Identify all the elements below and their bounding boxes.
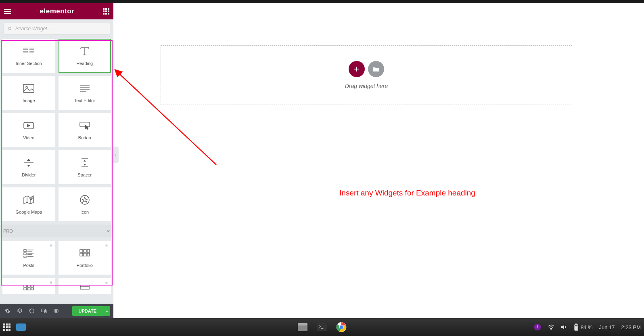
- posts-icon: [23, 248, 34, 259]
- annotation-text: Insert any Widgets for Example heading: [339, 189, 475, 197]
- svg-marker-26: [27, 165, 30, 167]
- volume-icon[interactable]: [561, 324, 567, 330]
- icon-widget-icon: [79, 194, 90, 206]
- file-manager-icon[interactable]: [296, 321, 309, 334]
- widget-label: Posts: [23, 263, 34, 268]
- drop-zone[interactable]: Drag widget here: [161, 45, 572, 105]
- svg-rect-37: [50, 245, 52, 247]
- system-taskbar: >_ 84 % Jun 17 2:23 PM: [0, 318, 644, 336]
- divider-icon: [23, 157, 34, 168]
- widget-gallery[interactable]: [2, 278, 55, 294]
- widget-label: Google Maps: [16, 210, 42, 214]
- widget-icon[interactable]: Icon: [59, 187, 111, 221]
- svg-rect-55: [27, 285, 30, 287]
- text-editor-icon: [79, 83, 90, 94]
- svg-rect-48: [84, 250, 86, 252]
- widget-google-maps[interactable]: Google Maps: [2, 187, 55, 221]
- svg-point-34: [31, 198, 31, 199]
- add-section-button[interactable]: [349, 61, 365, 77]
- widget-label: Heading: [76, 61, 93, 66]
- update-button[interactable]: UPDATE: [72, 306, 103, 316]
- chevron-down-icon: [106, 229, 110, 233]
- widget-label: Icon: [80, 210, 89, 214]
- responsive-icon[interactable]: [38, 304, 50, 318]
- svg-rect-41: [24, 253, 26, 255]
- search-icon: [8, 26, 12, 31]
- widget-slides[interactable]: [59, 278, 111, 294]
- widget-label: Divider: [22, 172, 36, 177]
- svg-point-0: [8, 27, 11, 29]
- svg-rect-56: [31, 285, 33, 287]
- svg-marker-67: [106, 310, 108, 311]
- svg-marker-29: [84, 164, 86, 166]
- svg-marker-24: [27, 159, 30, 161]
- update-dropdown[interactable]: [103, 306, 110, 316]
- widget-image[interactable]: Image: [2, 76, 55, 110]
- hamburger-menu-icon[interactable]: [4, 9, 11, 14]
- pro-section-header[interactable]: PRO: [0, 225, 113, 237]
- svg-line-1: [11, 29, 12, 30]
- add-template-button[interactable]: [368, 61, 384, 77]
- grid-icon: [23, 282, 34, 293]
- time-display[interactable]: 2:23 PM: [621, 324, 641, 330]
- drop-zone-text: Drag widget here: [345, 83, 388, 89]
- chrome-icon[interactable]: [335, 321, 348, 334]
- editor-canvas[interactable]: ‹ Drag widget here Insert any Widgets fo…: [113, 3, 644, 318]
- preview-icon[interactable]: [50, 304, 62, 318]
- svg-marker-22: [27, 124, 30, 127]
- widget-text-editor[interactable]: Text Editor: [59, 76, 111, 110]
- widget-spacer[interactable]: Spacer: [59, 150, 111, 184]
- video-icon: [23, 120, 34, 131]
- heading-icon: [79, 46, 90, 57]
- terminal-icon[interactable]: >_: [316, 321, 328, 334]
- battery-percent: 84 %: [581, 324, 593, 330]
- widget-label: Image: [23, 98, 35, 103]
- widget-label: Spacer: [77, 172, 92, 177]
- flame-icon[interactable]: [533, 323, 542, 331]
- svg-rect-15: [23, 84, 34, 92]
- navigator-icon[interactable]: [14, 304, 26, 318]
- widget-heading[interactable]: Heading: [59, 39, 111, 73]
- widget-divider[interactable]: Divider: [2, 150, 55, 184]
- widget-inner-section[interactable]: Inner Section: [2, 39, 55, 73]
- svg-rect-61: [80, 285, 89, 289]
- svg-rect-54: [24, 285, 27, 287]
- portfolio-icon: [79, 248, 90, 259]
- lock-icon: [49, 243, 53, 247]
- collapse-sidebar-handle[interactable]: ‹: [113, 147, 119, 163]
- history-icon[interactable]: [26, 304, 38, 318]
- wifi-icon[interactable]: [548, 324, 554, 330]
- svg-rect-47: [80, 250, 83, 252]
- widget-label: Text Editor: [74, 98, 95, 103]
- svg-point-16: [26, 86, 27, 88]
- widgets-panel-icon[interactable]: [103, 8, 109, 15]
- window-top-bar: [0, 0, 644, 3]
- button-icon: [79, 120, 90, 131]
- widget-button[interactable]: Button: [59, 113, 111, 147]
- svg-marker-28: [84, 160, 86, 162]
- svg-text:>_: >_: [319, 324, 324, 329]
- svg-point-79: [340, 326, 343, 329]
- app-launcher-icon[interactable]: [3, 323, 10, 331]
- svg-rect-59: [31, 288, 33, 290]
- sidebar-header: elementor: [0, 3, 113, 19]
- svg-rect-57: [24, 288, 27, 290]
- widget-portfolio[interactable]: Portfolio: [59, 241, 111, 275]
- battery-indicator[interactable]: 84 %: [574, 323, 593, 331]
- svg-rect-50: [80, 253, 83, 256]
- svg-rect-46: [106, 245, 108, 247]
- spacer-icon: [79, 157, 90, 168]
- image-icon: [23, 83, 34, 94]
- widget-posts[interactable]: Posts: [2, 241, 55, 275]
- google-maps-icon: [23, 194, 34, 206]
- lock-icon: [105, 243, 109, 247]
- svg-rect-23: [80, 122, 90, 127]
- date-display[interactable]: Jun 17: [599, 324, 615, 330]
- widget-label: Inner Section: [16, 61, 42, 66]
- sidebar-footer: UPDATE: [0, 304, 113, 318]
- search-widget-input[interactable]: [3, 23, 110, 35]
- widget-video[interactable]: Video: [2, 113, 55, 147]
- files-app-icon[interactable]: [16, 323, 26, 331]
- settings-icon[interactable]: [2, 304, 14, 318]
- search-field[interactable]: [15, 26, 106, 32]
